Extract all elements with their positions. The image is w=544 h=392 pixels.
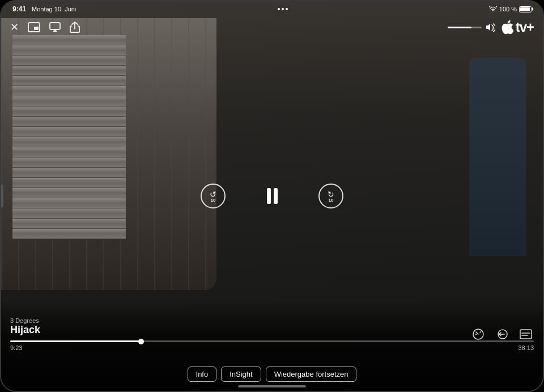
airplay-icon xyxy=(49,22,61,32)
progress-thumb xyxy=(138,339,144,344)
blind-strip xyxy=(12,208,126,219)
dot2 xyxy=(282,8,284,10)
battery-fill xyxy=(520,7,530,11)
svg-rect-1 xyxy=(34,27,39,30)
center-controls: ↺ 10 ↻ 10 xyxy=(201,184,343,208)
info-button[interactable]: Info xyxy=(188,367,217,382)
pip-button[interactable] xyxy=(28,22,40,32)
top-right-controls: tv+ xyxy=(448,19,534,35)
top-left-controls: ✕ xyxy=(10,21,80,33)
blind-strip xyxy=(12,188,126,198)
show-subtitle: 3 Degrees xyxy=(10,317,534,324)
blind-strip xyxy=(12,178,126,188)
share-icon xyxy=(70,22,80,33)
blind-strip xyxy=(12,76,126,86)
status-bar: 9:41 Montag 10. Juni 100 % xyxy=(1,1,543,17)
appletv-text: tv+ xyxy=(516,19,534,35)
close-icon: ✕ xyxy=(10,21,19,33)
blind-strip xyxy=(12,66,126,76)
progress-container[interactable] xyxy=(10,340,534,342)
pause-bar-left xyxy=(267,188,271,204)
ipad-frame: 9:41 Montag 10. Juni 100 % xyxy=(0,0,544,392)
blind-strip xyxy=(12,137,126,147)
airplay-button[interactable] xyxy=(49,22,61,32)
rewind-button[interactable]: ↺ 10 xyxy=(201,184,226,208)
svg-rect-2 xyxy=(50,23,60,29)
blind-strip xyxy=(12,106,126,117)
blind-strip xyxy=(12,168,126,178)
battery-percent: 100 % xyxy=(499,6,517,12)
blind-strip xyxy=(12,86,126,96)
status-center-dots xyxy=(278,8,288,10)
time-row: 9:23 38:13 xyxy=(10,344,534,351)
blind-strip xyxy=(12,198,126,208)
show-title: Hijack xyxy=(10,324,534,336)
volume-icon xyxy=(485,23,495,32)
blind-strip xyxy=(12,219,126,229)
blind-strip xyxy=(12,56,126,66)
forward-button[interactable]: ↻ 10 xyxy=(318,184,343,208)
share-button[interactable] xyxy=(70,22,80,33)
time-current: 9:23 xyxy=(10,344,22,351)
blind-strip xyxy=(12,96,126,106)
video-area: ✕ xyxy=(1,1,543,391)
home-indicator xyxy=(238,385,306,387)
blind-strip xyxy=(12,45,126,56)
bottom-controls: 3 Degrees Hijack 9:23 38:13 xyxy=(1,317,543,351)
blind-strip xyxy=(12,157,126,168)
volume-fill xyxy=(448,27,471,28)
forward-seconds-label: 10 xyxy=(329,198,334,203)
blind-strip xyxy=(12,35,126,45)
apple-logo-icon xyxy=(501,20,513,35)
pause-button[interactable] xyxy=(260,184,284,208)
status-left: 9:41 Montag 10. Juni xyxy=(12,5,76,13)
seat-back xyxy=(469,58,526,256)
side-notch xyxy=(1,185,3,207)
cabin-wall xyxy=(1,18,216,290)
progress-fill xyxy=(10,340,141,342)
pause-bar-right xyxy=(274,188,278,204)
blind-strip xyxy=(12,117,126,127)
progress-track[interactable] xyxy=(10,340,534,342)
pause-icon xyxy=(267,188,278,204)
status-date: Montag 10. Juni xyxy=(32,6,76,12)
dot3 xyxy=(286,8,288,10)
volume-control xyxy=(448,23,495,32)
rewind-seconds-label: 10 xyxy=(211,198,216,203)
wifi-icon xyxy=(489,6,497,12)
blind-strips xyxy=(12,35,126,239)
resume-button[interactable]: Wiedergabe fortsetzen xyxy=(266,367,357,382)
show-info: 3 Degrees Hijack xyxy=(10,317,534,336)
close-button[interactable]: ✕ xyxy=(10,21,19,33)
blind-strip xyxy=(12,229,126,239)
top-controls: ✕ xyxy=(1,19,543,35)
insight-button[interactable]: InSight xyxy=(221,367,261,382)
blind-strip xyxy=(12,127,126,137)
battery-icon xyxy=(519,6,532,12)
status-right: 100 % xyxy=(489,6,532,12)
status-time: 9:41 xyxy=(12,5,26,13)
time-remaining: 38:13 xyxy=(518,344,534,351)
appletv-logo: tv+ xyxy=(501,19,534,35)
blind-strip xyxy=(12,147,126,157)
dot1 xyxy=(278,8,280,10)
pip-icon xyxy=(28,22,40,32)
action-bar: Info InSight Wiedergabe fortsetzen xyxy=(1,367,543,382)
volume-bar xyxy=(448,27,482,28)
